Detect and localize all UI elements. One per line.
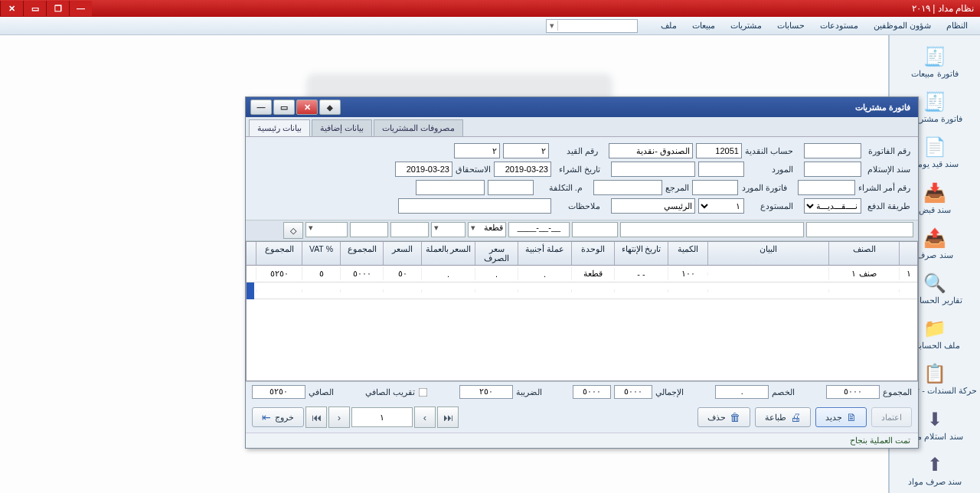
tab-main[interactable]: بيانات رئيسية: [249, 119, 310, 136]
cash-account-name-input[interactable]: [609, 143, 693, 158]
upload-icon: ⬆: [920, 452, 949, 477]
main-canvas: فاتورة مشتريات — ▭ ✕ ◆ مصروفات المشتريات…: [0, 35, 888, 493]
chevron-down-icon[interactable]: ▾: [547, 21, 558, 31]
po-input[interactable]: [798, 180, 855, 195]
window-close-icon[interactable]: ✕: [0, 1, 23, 16]
delete-button[interactable]: 🗑حذف: [697, 407, 750, 427]
invoice-no-input[interactable]: [804, 143, 861, 158]
sidebar-item-sales-invoice[interactable]: 🧾فاتورة مبيعات: [890, 41, 980, 87]
exit-button[interactable]: خروج⇤: [252, 407, 304, 427]
menubar-search[interactable]: ▾: [546, 19, 638, 33]
new-icon: 🗎: [846, 411, 857, 423]
filter-exchange[interactable]: [390, 222, 429, 237]
purchase-date-input[interactable]: [494, 162, 551, 177]
app-titlebar: ✕ ▭ ❐ — نظام مداد | ٢٠١٩: [0, 0, 980, 17]
lbl-receipt-doc: سند الإستلام: [864, 165, 910, 175]
tab-strip: مصروفات المشتريات بيانات إضافية بيانات ر…: [246, 117, 918, 137]
filter-price-cur[interactable]: [350, 222, 388, 237]
supplier-inv-input[interactable]: [692, 180, 738, 195]
menu-hr[interactable]: شؤون الموظفين: [866, 18, 939, 33]
window-maximize-icon[interactable]: ▭: [23, 1, 46, 16]
document-icon: 📄: [920, 135, 949, 159]
status-line: تمت العملية بنجاح: [246, 433, 918, 448]
lbl-subtotal: الإجمالي: [655, 387, 684, 397]
items-grid: الصنف البيان الكمية تاريخ الإنتهاء الوحد…: [246, 241, 918, 381]
receipt-doc-input[interactable]: [804, 162, 861, 177]
cost-center2-input[interactable]: [416, 180, 485, 195]
tab-extra[interactable]: بيانات إضافية: [312, 119, 372, 136]
pager-prev-button[interactable]: ‹: [328, 406, 350, 428]
window-minimize-icon[interactable]: —: [69, 1, 92, 16]
pager-next-button[interactable]: ›: [414, 406, 436, 428]
lbl-grand: المجموع: [883, 387, 912, 397]
val-tax: ٢٥٠: [459, 385, 513, 399]
entry-no2-input[interactable]: [454, 143, 500, 158]
inner-titlebar: فاتورة مشتريات — ▭ ✕ ◆: [246, 97, 918, 117]
filter-currency-select[interactable]: [431, 222, 466, 237]
supplier-name-input[interactable]: [611, 162, 695, 177]
lbl-purchase-date: تاريخ الشراء: [554, 165, 600, 175]
lbl-discount: الخصم: [772, 387, 795, 397]
folder-icon: 📁: [920, 316, 949, 341]
pager-first-button[interactable]: ⏮: [305, 406, 327, 428]
approve-button[interactable]: اعتماد: [871, 407, 912, 427]
cash-account-code-input[interactable]: [696, 143, 742, 158]
ref-input[interactable]: [593, 180, 662, 195]
filter-qty[interactable]: [572, 222, 618, 237]
menu-accounts[interactable]: حسابات: [769, 18, 812, 33]
receipt-icon: 📥: [920, 181, 949, 205]
inner-window-title: فاتورة مشتريات: [855, 103, 915, 113]
menu-system[interactable]: النظام: [939, 18, 975, 33]
grid-row[interactable]: ١ صنف ١ ١٠٠ - - قطعة . . . ٥٠ ٥٠٠٠ ٥ ٥٢٥…: [247, 266, 917, 282]
search-icon: 🔍: [920, 271, 949, 295]
content-area: 🧾فاتورة مبيعات 🧾فاتورة مشتريات 📄سند قيد …: [0, 35, 980, 493]
notes-input[interactable]: [398, 198, 551, 214]
inner-close-icon[interactable]: ✕: [296, 100, 318, 115]
lbl-warehouse: المستودع: [747, 201, 793, 211]
pager-last-button[interactable]: ⏭: [437, 406, 459, 428]
val-net: ٥٢٥٠: [252, 385, 305, 399]
exit-icon: ⇤: [262, 411, 271, 423]
payment-select[interactable]: نــــقـــديـــة: [804, 198, 861, 214]
grid-row-empty[interactable]: [247, 282, 917, 299]
sidebar-item-goods-issue[interactable]: ⬆سند صرف مواد: [890, 449, 980, 493]
lbl-tax: الضريبة: [516, 387, 542, 397]
lbl-po: رقم أمر الشراء: [858, 183, 910, 193]
lbl-notes: ملاحظات: [554, 201, 600, 211]
clipboard-icon: 📋: [920, 361, 949, 386]
tab-expenses[interactable]: مصروفات المشتريات: [374, 119, 463, 136]
val-subtotal2: ٥٠٠٠: [573, 385, 611, 399]
cost-center1-input[interactable]: [488, 180, 534, 195]
entry-no1-input[interactable]: [503, 143, 549, 158]
val-discount[interactable]: .: [715, 385, 769, 399]
window-restore-icon[interactable]: ❐: [46, 1, 69, 16]
payment-icon: 📤: [920, 226, 949, 250]
round-checkbox[interactable]: [419, 387, 428, 397]
filter-desc[interactable]: [620, 222, 804, 237]
lbl-ref: المرجع: [665, 183, 689, 193]
lbl-cash-account: حساب النقدية: [745, 146, 793, 156]
app-logo-icon: ◆: [319, 100, 341, 115]
lbl-due: الاستحقاق: [456, 165, 491, 175]
menu-purchases[interactable]: مشتريات: [723, 18, 769, 33]
pager-page-input[interactable]: [351, 407, 413, 427]
menu-warehouses[interactable]: مستودعات: [812, 18, 866, 33]
new-button[interactable]: 🗎جديد: [815, 407, 867, 427]
filter-expiry[interactable]: __-__-____: [508, 222, 570, 237]
warehouse-name-input[interactable]: [611, 198, 695, 214]
clear-filter-button[interactable]: ◇: [283, 222, 303, 239]
inner-minimize-icon[interactable]: —: [250, 100, 272, 115]
filter-unit-select[interactable]: قطعة: [468, 222, 506, 237]
filter-price-select[interactable]: [305, 222, 348, 237]
filter-item[interactable]: [806, 222, 913, 237]
print-button[interactable]: 🖨طباعة: [755, 407, 811, 427]
due-date-input[interactable]: [395, 162, 452, 177]
window-controls: ✕ ▭ ❐ —: [0, 1, 92, 16]
supplier-code-input[interactable]: [698, 162, 744, 177]
app-title: نظام مداد | ٢٠١٩: [906, 3, 980, 14]
grid-body[interactable]: ١ صنف ١ ١٠٠ - - قطعة . . . ٥٠ ٥٠٠٠ ٥ ٥٢٥…: [247, 266, 917, 380]
menu-sales[interactable]: مبيعات: [684, 18, 723, 33]
warehouse-code-select[interactable]: ١: [698, 198, 744, 214]
inner-maximize-icon[interactable]: ▭: [273, 100, 295, 115]
menu-file[interactable]: ملف: [653, 18, 684, 33]
